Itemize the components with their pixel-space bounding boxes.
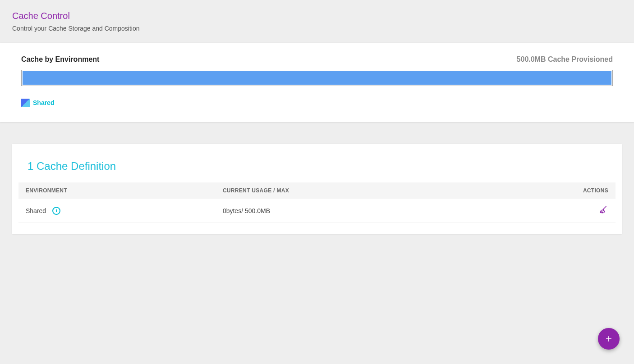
- cache-overview-card: Cache by Environment 500.0MB Cache Provi…: [0, 43, 634, 122]
- usage-value: 0bytes/ 500.0MB: [216, 199, 544, 223]
- provisioned-label: 500.0MB Cache Provisioned: [517, 55, 613, 64]
- column-header-usage: CURRENT USAGE / MAX: [216, 182, 544, 199]
- clear-cache-icon[interactable]: [598, 205, 608, 216]
- legend: Shared: [21, 99, 613, 107]
- page-subtitle: Control your Cache Storage and Compositi…: [12, 25, 622, 32]
- legend-swatch-shared: [21, 99, 30, 107]
- page-title: Cache Control: [12, 11, 622, 21]
- overview-section-title: Cache by Environment: [21, 55, 99, 64]
- cache-definitions-card: 1 Cache Definition ENVIRONMENT CURRENT U…: [12, 144, 622, 234]
- add-cache-button[interactable]: +: [598, 328, 620, 350]
- plus-icon: +: [606, 332, 612, 345]
- environment-name: Shared: [26, 207, 46, 214]
- info-icon[interactable]: i: [52, 207, 60, 215]
- usage-bar-shared: [23, 71, 611, 85]
- legend-label-shared: Shared: [33, 99, 54, 106]
- definitions-title: 1 Cache Definition: [18, 160, 616, 173]
- column-header-environment: ENVIRONMENT: [18, 182, 216, 199]
- usage-bar-container: [21, 70, 613, 86]
- page-header: Cache Control Control your Cache Storage…: [0, 0, 634, 43]
- table-row: Shared i 0bytes/ 500.0MB: [18, 199, 616, 223]
- column-header-actions: ACTIONS: [544, 182, 616, 199]
- definitions-table: ENVIRONMENT CURRENT USAGE / MAX ACTIONS …: [18, 182, 616, 223]
- overview-top-row: Cache by Environment 500.0MB Cache Provi…: [21, 55, 613, 64]
